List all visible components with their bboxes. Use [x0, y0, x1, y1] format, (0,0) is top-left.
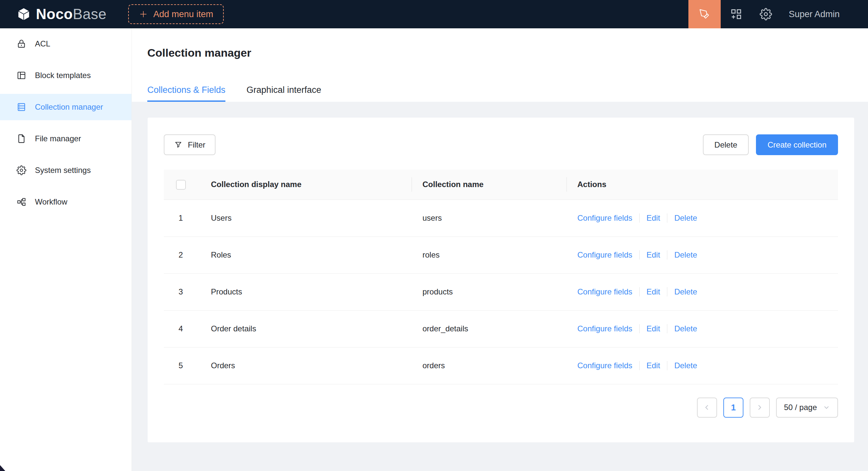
sidebar-item-system-settings[interactable]: System settings	[0, 157, 131, 183]
row-actions: Configure fields Edit Delete	[567, 347, 838, 384]
row-index: 1	[164, 200, 198, 236]
ui-editor-button[interactable]	[688, 0, 721, 28]
collections-table: Collection display name Collection name …	[164, 170, 838, 384]
chevron-right-icon	[756, 403, 764, 411]
edit-link[interactable]: Edit	[647, 287, 660, 296]
action-divider	[667, 361, 667, 370]
edit-link[interactable]: Edit	[647, 361, 660, 370]
row-actions: Configure fields Edit Delete	[567, 236, 838, 273]
edit-link[interactable]: Edit	[647, 250, 660, 260]
action-divider	[639, 287, 640, 296]
row-index: 2	[164, 236, 198, 273]
workflow-icon	[17, 197, 26, 207]
row-collection-name: roles	[412, 236, 567, 273]
page-1-button[interactable]: 1	[723, 398, 743, 418]
delete-button[interactable]: Delete	[703, 134, 749, 155]
chevron-left-icon	[703, 403, 711, 411]
tabs: Collections & Fields Graphical interface	[147, 85, 868, 102]
row-actions: Configure fields Edit Delete	[567, 200, 838, 236]
table-row: 3 Products products Configure fields Edi…	[164, 273, 838, 310]
action-divider	[667, 213, 667, 223]
filter-button[interactable]: Filter	[164, 134, 216, 155]
edit-link[interactable]: Edit	[647, 213, 660, 223]
collections-card: Filter Delete Create collection Collecti…	[148, 117, 854, 442]
page-size-select[interactable]: 50 / page	[776, 398, 838, 418]
select-all-checkbox[interactable]	[176, 180, 186, 190]
delete-link[interactable]: Delete	[674, 213, 697, 223]
gear-icon	[760, 8, 772, 21]
next-page-button[interactable]	[750, 398, 770, 418]
configure-fields-link[interactable]: Configure fields	[577, 287, 632, 296]
tab-collections-and-fields[interactable]: Collections & Fields	[147, 85, 225, 102]
action-divider	[639, 250, 640, 260]
row-collection-name: orders	[412, 347, 567, 384]
sidebar: ACL Block templates	[0, 28, 132, 471]
action-divider	[639, 361, 640, 370]
pagination: 1 50 / page	[164, 398, 838, 418]
logo-text: NocoBase	[36, 7, 106, 22]
column-header-name: Collection name	[412, 170, 567, 200]
table-body: 1 Users users Configure fields Edit Dele…	[164, 200, 838, 384]
plugin-manager-button[interactable]	[730, 8, 742, 21]
row-display-name: Orders	[198, 347, 412, 384]
table-row: 5 Orders orders Configure fields Edit De…	[164, 347, 838, 384]
nocobase-cube-icon	[17, 7, 31, 22]
nocobase-logo[interactable]: NocoBase	[0, 7, 106, 22]
sidebar-item-label: Workflow	[35, 197, 67, 206]
user-menu[interactable]: Super Admin	[788, 9, 840, 20]
configure-fields-link[interactable]: Configure fields	[577, 250, 632, 260]
table-row: 4 Order details order_details Configure …	[164, 310, 838, 347]
row-collection-name: products	[412, 273, 567, 310]
action-divider	[639, 213, 640, 223]
row-display-name: Products	[198, 273, 412, 310]
add-menu-item-button[interactable]: Add menu item	[128, 4, 224, 24]
table-header-row: Collection display name Collection name …	[164, 170, 838, 200]
sidebar-item-collection-manager[interactable]: Collection manager	[0, 94, 131, 120]
prev-page-button[interactable]	[697, 398, 717, 418]
row-actions: Configure fields Edit Delete	[567, 310, 838, 347]
row-collection-name: users	[412, 200, 567, 236]
sidebar-item-workflow[interactable]: Workflow	[0, 189, 131, 215]
sidebar-item-file-manager[interactable]: File manager	[0, 126, 131, 152]
cursor-artifact	[0, 465, 5, 471]
action-divider	[639, 324, 640, 333]
row-display-name: Users	[198, 200, 412, 236]
topbar: NocoBase Add menu item	[0, 0, 868, 28]
sidebar-item-label: File manager	[35, 134, 81, 143]
select-all-cell	[164, 170, 198, 200]
chevron-down-icon	[823, 404, 830, 411]
card-toolbar: Filter Delete Create collection	[164, 134, 838, 155]
action-divider	[667, 287, 667, 296]
configure-fields-link[interactable]: Configure fields	[577, 213, 632, 223]
file-icon	[17, 134, 26, 144]
row-actions: Configure fields Edit Delete	[567, 273, 838, 310]
action-divider	[667, 324, 667, 333]
edit-link[interactable]: Edit	[647, 324, 660, 333]
sidebar-item-acl[interactable]: ACL	[0, 31, 131, 57]
topbar-right: Super Admin	[688, 0, 868, 28]
column-header-actions: Actions	[567, 170, 838, 200]
table-row: 1 Users users Configure fields Edit Dele…	[164, 200, 838, 236]
appstore-add-icon	[730, 8, 742, 21]
tab-graphical-interface[interactable]: Graphical interface	[247, 85, 321, 102]
settings-button[interactable]	[760, 8, 772, 21]
page-head: Collection manager Collections & Fields …	[132, 28, 868, 102]
row-index: 3	[164, 273, 198, 310]
delete-link[interactable]: Delete	[674, 287, 697, 296]
column-header-display-name: Collection display name	[198, 170, 412, 200]
page-title: Collection manager	[147, 45, 868, 60]
create-collection-button[interactable]: Create collection	[756, 134, 838, 155]
plus-icon	[139, 9, 148, 19]
configure-fields-link[interactable]: Configure fields	[577, 324, 632, 333]
row-index: 4	[164, 310, 198, 347]
sidebar-item-label: System settings	[35, 166, 91, 175]
delete-link[interactable]: Delete	[674, 250, 697, 260]
lock-icon	[17, 39, 26, 49]
delete-link[interactable]: Delete	[674, 324, 697, 333]
content-area: Filter Delete Create collection Collecti…	[132, 102, 868, 471]
table-row: 2 Roles roles Configure fields Edit Dele…	[164, 236, 838, 273]
configure-fields-link[interactable]: Configure fields	[577, 361, 632, 370]
sidebar-item-block-templates[interactable]: Block templates	[0, 62, 131, 89]
delete-link[interactable]: Delete	[674, 361, 697, 370]
sidebar-item-label: ACL	[35, 39, 51, 48]
